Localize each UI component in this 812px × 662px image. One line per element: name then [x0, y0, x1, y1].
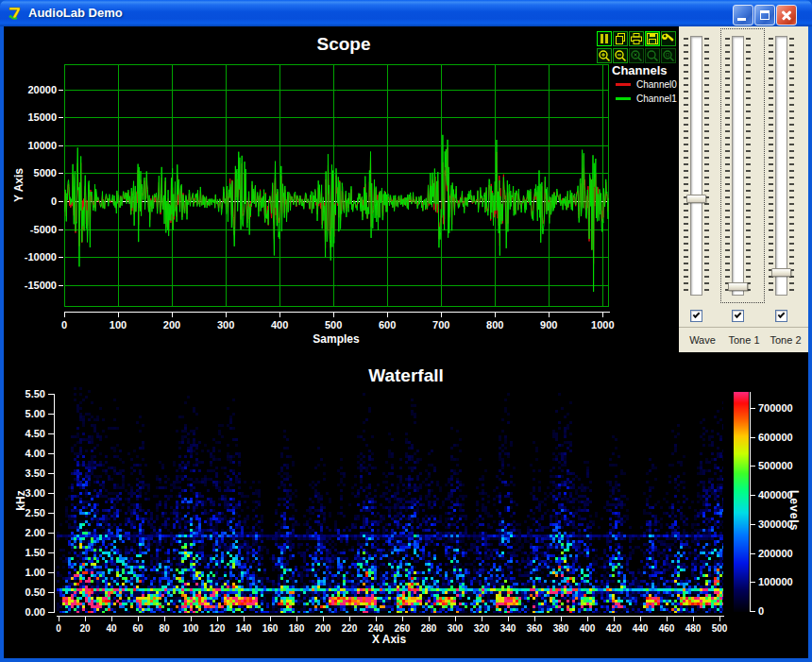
pause-icon	[598, 32, 611, 45]
tick-label: 600	[379, 319, 396, 331]
audiolab-logo-icon	[8, 6, 23, 21]
tick-label: 15000	[4, 111, 57, 123]
tick-label: 80	[159, 623, 169, 634]
scope-plot[interactable]	[64, 64, 609, 307]
tick-label	[750, 582, 755, 583]
tick-label: 300	[217, 319, 234, 331]
wave-slider-thumb[interactable]	[686, 195, 706, 203]
tick-label	[59, 229, 63, 230]
tick-label: 420	[606, 623, 622, 634]
tick-label: 200	[163, 319, 180, 331]
tone1-label: Tone 1	[728, 334, 759, 346]
tick-label: 60	[132, 623, 143, 634]
tick-label: 20000	[4, 84, 57, 95]
tick-label: 320	[474, 623, 490, 634]
tick-label: 0	[758, 605, 764, 617]
settings-wrench-button[interactable]	[661, 31, 676, 46]
close-button[interactable]	[776, 5, 797, 25]
zoom-out-button[interactable]	[613, 48, 628, 63]
minimize-button[interactable]	[733, 5, 753, 25]
tick-label: 0.00	[4, 606, 45, 618]
tick-label	[750, 553, 755, 554]
tick-label: 5.50	[4, 388, 45, 399]
control-panel: Wave Tone 1 Tone 2	[679, 26, 808, 352]
waterfall-title: Waterfall	[312, 365, 500, 386]
waterfall-plot[interactable]	[57, 387, 723, 613]
app-window: AudioLab Demo Scope 01002003004005006007…	[0, 0, 812, 662]
tick-label	[750, 611, 755, 612]
tick-label: 340	[500, 623, 516, 634]
slider-ticks	[725, 38, 730, 294]
slider-ticks	[746, 38, 751, 294]
wrench-icon	[662, 32, 675, 45]
zoom-in-button[interactable]	[597, 48, 612, 63]
tick-label	[750, 466, 755, 467]
tick-label: 100	[183, 623, 199, 634]
pause-button[interactable]	[597, 31, 612, 46]
tick-label: 4.00	[4, 448, 45, 459]
copy-button[interactable]	[613, 31, 628, 46]
tick-label: 440	[633, 623, 649, 634]
tick-label: 700	[432, 319, 449, 331]
tone1-slider-thumb[interactable]	[728, 282, 748, 291]
wave-checkbox[interactable]	[690, 310, 702, 322]
tone2-slider-track[interactable]	[775, 36, 787, 296]
tick-label: 100	[110, 319, 127, 331]
waterfall-x-axis-line	[57, 616, 724, 617]
slider-ticks	[769, 38, 773, 294]
zoom-cancel-button[interactable]	[629, 48, 644, 63]
title-bar[interactable]: AudioLab Demo	[0, 0, 812, 26]
print-button[interactable]	[629, 31, 644, 46]
waterfall-y-axis-line	[54, 394, 55, 613]
check-icon	[693, 311, 701, 318]
zoom-cancel-icon	[630, 49, 643, 62]
tick-label: 100000	[758, 576, 793, 587]
tick-label: -15000	[4, 280, 57, 291]
tick-label: 40	[106, 623, 116, 634]
scope-x-axis-title: Samples	[289, 332, 383, 346]
save-button[interactable]	[645, 31, 660, 46]
tick-label	[750, 495, 755, 496]
save-icon	[646, 32, 659, 45]
tick-label: 10000	[4, 140, 57, 151]
tick-label: 0.50	[4, 586, 45, 598]
tick-label	[59, 257, 63, 258]
zoom-window-icon	[646, 49, 659, 62]
colorbar-axis-line	[750, 392, 751, 612]
tick-label	[750, 524, 755, 525]
slider-ticks	[789, 38, 794, 294]
zoom-in-icon	[598, 49, 611, 62]
tick-label	[750, 408, 755, 409]
tick-label: 0	[56, 623, 61, 634]
check-icon	[778, 311, 786, 318]
tone2-slider[interactable]	[769, 36, 794, 296]
maximize-button[interactable]	[754, 5, 775, 25]
tick-label: 0	[61, 319, 67, 331]
tick-label	[59, 90, 63, 91]
waterfall-x-axis-title: X Axis	[342, 633, 436, 646]
tick-label: 460	[659, 623, 675, 634]
tone1-slider-track[interactable]	[732, 36, 744, 296]
wave-slider[interactable]	[684, 36, 709, 296]
tick-label	[59, 145, 63, 146]
legend-item-channel1: Channel1	[636, 93, 677, 105]
wave-slider-track[interactable]	[690, 36, 702, 296]
maximize-icon	[760, 10, 770, 20]
tick-label: 700000	[758, 402, 793, 414]
tick-label: 180	[289, 623, 305, 634]
tone2-slider-thumb[interactable]	[771, 268, 791, 277]
zoom-window-button[interactable]	[645, 48, 660, 63]
tick-label: 200	[315, 623, 331, 634]
tick-label: 500	[712, 623, 728, 634]
tick-label: 140	[236, 623, 252, 634]
tick-label	[750, 437, 755, 438]
tone1-slider[interactable]	[725, 36, 751, 296]
tick-label: 20	[79, 623, 90, 634]
tick-label	[59, 117, 63, 118]
tick-label: 400	[580, 623, 596, 634]
tick-label: 300	[448, 623, 464, 634]
tone2-checkbox[interactable]	[775, 310, 787, 322]
zoom-restore-button[interactable]	[661, 48, 676, 63]
tone1-checkbox[interactable]	[732, 310, 744, 322]
tick-label: -10000	[4, 251, 57, 263]
